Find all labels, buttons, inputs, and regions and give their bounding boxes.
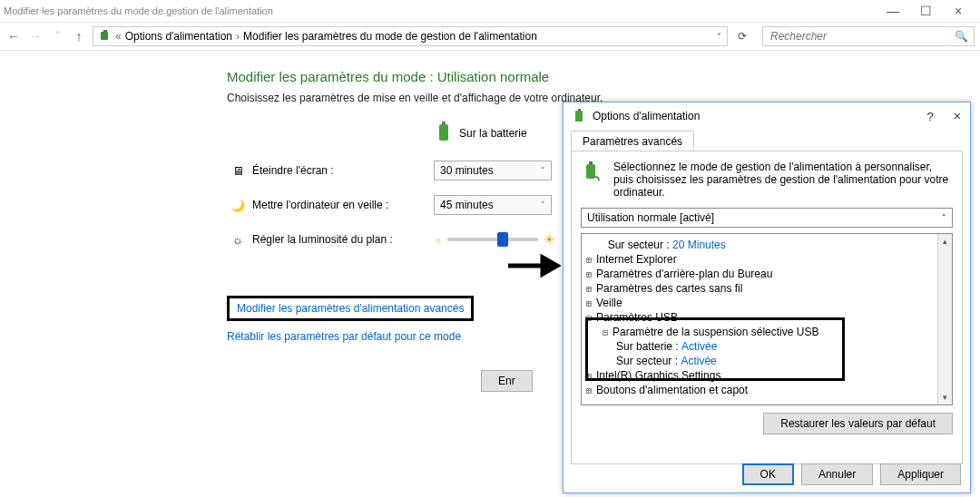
sleep-select[interactable]: 45 minutes ˅: [434, 195, 552, 215]
apply-button[interactable]: Appliquer: [880, 463, 961, 485]
sun-small-icon: ☼: [434, 235, 442, 245]
svg-rect-4: [575, 111, 583, 122]
expand-icon[interactable]: ⊞: [583, 298, 594, 308]
tree-row[interactable]: ⊞Paramètres d'arrière-plan du Bureau: [583, 267, 950, 281]
search-box[interactable]: 🔍: [762, 26, 975, 46]
breadcrumb-item[interactable]: Modifier les paramètres du mode de gesti…: [243, 30, 537, 43]
ok-button[interactable]: OK: [742, 463, 794, 485]
battery-icon: [99, 29, 112, 44]
tree-row-usb-selective[interactable]: ⊟Paramètre de la suspension sélective US…: [583, 325, 950, 339]
scroll-down-icon[interactable]: ▾: [938, 390, 952, 404]
sleep-label: Mettre l'ordinateur en veille :: [252, 199, 434, 211]
collapse-icon[interactable]: ⊟: [583, 313, 594, 323]
breadcrumb-sep-icon: ›: [236, 30, 240, 43]
restore-defaults-button[interactable]: Restaurer les valeurs par défaut: [763, 413, 953, 434]
svg-rect-7: [589, 161, 593, 164]
svg-rect-3: [442, 122, 446, 124]
tree-row[interactable]: ⊞Veille: [583, 296, 950, 310]
tree-row[interactable]: ⊞Internet Explorer: [583, 252, 950, 267]
moon-icon: 🌙: [227, 199, 249, 212]
select-value: 30 minutes: [440, 164, 494, 177]
scroll-up-icon[interactable]: ▴: [938, 234, 952, 248]
page-heading: Modifier les paramètres du mode : Utilis…: [227, 69, 980, 84]
breadcrumb[interactable]: « Options d'alimentation › Modifier les …: [93, 26, 728, 46]
brightness-label: Régler la luminosité du plan :: [252, 233, 434, 246]
svg-rect-0: [101, 32, 108, 40]
expand-icon[interactable]: ⊞: [583, 284, 594, 294]
search-input[interactable]: [769, 29, 955, 44]
expand-icon[interactable]: ⊞: [583, 255, 594, 265]
brightness-icon: ☼: [227, 233, 249, 247]
expand-icon[interactable]: ⊞: [583, 371, 594, 381]
tab-panel: Sélectionnez le mode de gestion de l'ali…: [571, 151, 963, 464]
refresh-button[interactable]: ⟳: [733, 30, 751, 43]
tree-row-on-ac[interactable]: Sur secteur : Activée: [583, 354, 950, 368]
svg-rect-2: [439, 124, 448, 141]
window-title: Modifier les paramètres du mode de gesti…: [4, 5, 882, 16]
select-value: 45 minutes: [440, 199, 494, 211]
expand-icon[interactable]: ⊞: [583, 269, 594, 279]
search-icon[interactable]: 🔍: [955, 30, 968, 43]
annotation-arrow-icon: [506, 252, 561, 282]
tree-row-on-battery[interactable]: Sur batterie : Activée: [583, 339, 950, 354]
chevron-down-icon: ˅: [942, 213, 946, 222]
navigation-bar: ← → ˅ ↑ « Options d'alimentation › Modif…: [0, 22, 980, 51]
cancel-button[interactable]: Annuler: [801, 463, 873, 485]
tab-advanced[interactable]: Paramètres avancés: [571, 131, 694, 151]
close-button[interactable]: ×: [947, 4, 969, 18]
sun-large-icon: ☀: [544, 232, 555, 247]
help-button[interactable]: ?: [927, 110, 934, 123]
forward-button[interactable]: →: [27, 29, 44, 44]
up-button[interactable]: ↑: [71, 29, 87, 44]
monitor-icon: 🖥: [227, 164, 249, 178]
breadcrumb-item[interactable]: Options d'alimentation: [125, 30, 232, 43]
expand-icon[interactable]: ⊞: [583, 385, 594, 395]
power-plan-select[interactable]: Utilisation normale [activé] ˅: [581, 208, 953, 228]
tab-strip: Paramètres avancés: [564, 130, 970, 151]
battery-icon: [573, 108, 585, 125]
dialog-close-button[interactable]: ×: [954, 109, 961, 123]
save-button[interactable]: Enr: [481, 370, 533, 392]
tree-row[interactable]: ⊞Boutons d'alimentation et capot: [583, 383, 950, 397]
tree-row-usb[interactable]: ⊟Paramètres USB: [583, 310, 950, 325]
advanced-settings-link[interactable]: Modifier les paramètres d'alimentation a…: [237, 302, 464, 315]
brightness-slider[interactable]: [447, 238, 538, 241]
select-value: Utilisation normale [activé]: [587, 211, 714, 224]
dialog-title: Options d'alimentation: [593, 110, 920, 122]
collapse-icon[interactable]: ⊟: [600, 327, 611, 337]
chevron-down-icon: ˅: [541, 166, 545, 175]
settings-tree[interactable]: Sur secteur : 20 Minutes ⊞Internet Explo…: [581, 233, 953, 405]
dialog-titlebar: Options d'alimentation ? ×: [564, 102, 970, 130]
svg-rect-5: [578, 109, 581, 111]
window-titlebar: Modifier les paramètres du mode de gesti…: [0, 0, 980, 22]
chevron-down-icon: ˅: [541, 200, 545, 210]
slider-thumb[interactable]: [497, 232, 508, 247]
tree-row[interactable]: Sur secteur : 20 Minutes: [583, 238, 950, 252]
battery-column-label: Sur la batterie: [459, 127, 527, 140]
dialog-tip-text: Sélectionnez le mode de gestion de l'ali…: [613, 161, 953, 199]
chevron-down-icon[interactable]: ˅: [717, 32, 721, 42]
maximize-button[interactable]: ☐: [915, 4, 936, 18]
back-button[interactable]: ←: [5, 29, 22, 44]
annotation-highlight: Modifier les paramètres d'alimentation a…: [227, 296, 474, 321]
turn-off-screen-select[interactable]: 30 minutes ˅: [434, 161, 552, 180]
svg-rect-1: [103, 30, 107, 32]
battery-plug-icon: [581, 161, 604, 184]
minimize-button[interactable]: —: [882, 4, 904, 18]
tree-row[interactable]: ⊞Intel(R) Graphics Settings: [583, 368, 950, 383]
tree-row[interactable]: ⊞Paramètres des cartes sans fil: [583, 281, 950, 296]
power-options-dialog: Options d'alimentation ? × Paramètres av…: [563, 102, 971, 493]
turn-off-screen-label: Éteindre l'écran :: [252, 164, 434, 177]
battery-icon: [436, 121, 452, 145]
svg-rect-6: [586, 164, 595, 179]
breadcrumb-sep-icon: «: [115, 30, 122, 43]
recent-button[interactable]: ˅: [49, 29, 65, 44]
scrollbar[interactable]: ▴ ▾: [937, 234, 952, 404]
